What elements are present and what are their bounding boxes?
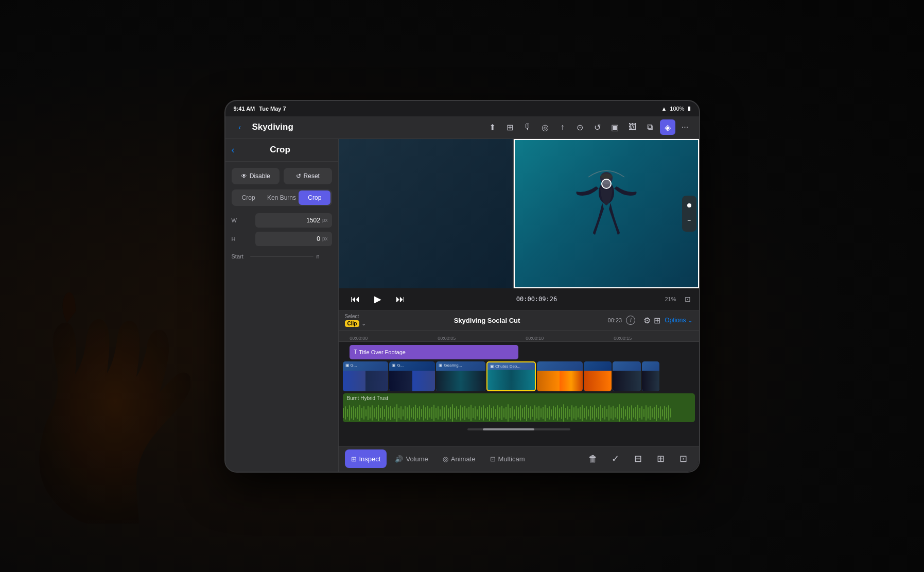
svg-rect-46 xyxy=(433,405,434,421)
project-info-icon[interactable]: i xyxy=(626,316,635,325)
height-value: 0 xyxy=(317,235,320,242)
svg-rect-64 xyxy=(470,405,472,421)
photo-library-icon[interactable]: ⊞ xyxy=(502,119,518,135)
crop-panel: ‹ Crop 👁 Disable ↺ Reset xyxy=(225,139,339,472)
svg-rect-107 xyxy=(559,408,560,418)
auto-balance-icon[interactable]: ⚙ xyxy=(643,316,651,325)
video-clip-3[interactable]: ▣ Gearing... xyxy=(436,361,485,391)
video-clip-4-selected[interactable]: ▣ Chutes Dep... xyxy=(486,361,536,391)
ruler-mark-5: 00:00:05 xyxy=(438,336,456,341)
nav-back-button[interactable]: ‹ xyxy=(232,119,248,135)
svg-rect-42 xyxy=(425,407,426,419)
pip-icon[interactable]: ⧉ xyxy=(642,119,658,135)
svg-rect-47 xyxy=(435,408,437,418)
svg-rect-36 xyxy=(413,407,414,419)
svg-rect-134 xyxy=(615,408,616,418)
thumb-3-2 xyxy=(461,371,485,391)
svg-rect-118 xyxy=(582,405,583,421)
video-clip-6[interactable] xyxy=(584,361,612,391)
clip-1-icon: ▣ xyxy=(345,363,350,368)
svg-rect-153 xyxy=(654,407,655,419)
rewind-icon[interactable]: ↺ xyxy=(590,119,605,135)
multicam-tab[interactable]: ⊡ Multicam xyxy=(484,449,531,468)
width-label: W xyxy=(232,217,252,223)
fit-view-button[interactable]: ⊡ xyxy=(685,295,691,303)
animate-tab[interactable]: ◎ Animate xyxy=(437,449,482,468)
video-clip-1[interactable]: ▣ G... xyxy=(343,361,389,391)
crop-back-button[interactable]: ‹ xyxy=(232,145,235,155)
ken-burns-tab[interactable]: Ken Burns xyxy=(266,190,298,205)
svg-rect-123 xyxy=(592,407,593,419)
svg-rect-48 xyxy=(438,406,439,420)
svg-rect-129 xyxy=(604,406,605,420)
thumb-1-1 xyxy=(343,371,365,391)
location-icon[interactable]: ◎ xyxy=(537,119,553,135)
delete-button[interactable]: 🗑 xyxy=(584,449,602,468)
ruler-mark-15: 00:00:15 xyxy=(614,336,632,341)
preview-right xyxy=(514,139,699,288)
microphone-icon[interactable]: 🎙 xyxy=(520,119,535,135)
split-button[interactable]: ⊟ xyxy=(629,449,648,468)
svg-rect-92 xyxy=(528,408,529,418)
svg-rect-73 xyxy=(489,405,490,421)
more-icon[interactable]: ··· xyxy=(677,119,693,135)
height-label: H xyxy=(232,236,252,242)
volume-sidebar: − xyxy=(682,196,696,232)
svg-rect-88 xyxy=(520,405,521,421)
clip-dropdown-icon[interactable]: ⌄ xyxy=(361,320,366,327)
volume-tab[interactable]: 🔊 Volume xyxy=(389,449,434,468)
crop-tab[interactable]: Crop xyxy=(233,190,265,205)
options-chevron-icon: ⌄ xyxy=(688,317,693,324)
svg-rect-132 xyxy=(611,407,612,419)
svg-rect-109 xyxy=(563,404,564,422)
checkmark-button[interactable]: ✓ xyxy=(606,449,625,468)
timeline-scroll-thumb[interactable] xyxy=(483,428,534,430)
skip-back-button[interactable]: ⏮ xyxy=(347,291,363,307)
detach-audio-button[interactable]: ⊞ xyxy=(652,449,670,468)
share-icon[interactable]: ⬆ xyxy=(485,119,500,135)
clip-4-label: Chutes Dep... xyxy=(495,364,520,369)
options-button[interactable]: Options ⌄ xyxy=(665,317,692,324)
timeline-scrollbar[interactable] xyxy=(467,428,570,430)
video-clip-2[interactable]: ▣ G... xyxy=(389,361,435,391)
width-input[interactable]: 1502 px xyxy=(255,213,332,228)
svg-rect-38 xyxy=(417,408,418,418)
play-button[interactable]: ▶ xyxy=(370,291,386,307)
nav-title: Skydiving xyxy=(252,122,481,132)
crop-handle[interactable] xyxy=(601,179,612,189)
svg-rect-141 xyxy=(629,407,630,419)
reset-button[interactable]: ↺ Reset xyxy=(284,168,332,184)
photo-icon[interactable]: 🖼 xyxy=(625,119,640,135)
svg-rect-43 xyxy=(427,406,428,420)
title-clip[interactable]: T Title Over Footage xyxy=(350,345,518,359)
project-toolbar: ⚙ ⊞ xyxy=(643,316,660,325)
svg-rect-45 xyxy=(431,407,432,419)
skip-forward-button[interactable]: ⏭ xyxy=(392,291,409,307)
video-clip-8[interactable] xyxy=(642,361,659,391)
crop-panel-icon[interactable]: ▣ xyxy=(607,119,623,135)
filter-icon[interactable]: ◈ xyxy=(660,119,675,135)
svg-rect-138 xyxy=(623,406,624,420)
color-correct-icon[interactable]: ⊞ xyxy=(654,316,660,325)
disable-button[interactable]: 👁 Disable xyxy=(232,168,280,184)
svg-rect-18 xyxy=(376,407,377,419)
video-clip-7[interactable] xyxy=(613,361,641,391)
start-slider[interactable] xyxy=(250,256,313,257)
export-icon[interactable]: ↑ xyxy=(555,119,570,135)
timeline-ruler: 00:00:00 00:00:05 00:00:10 00:00:15 xyxy=(339,331,699,342)
clip-4-icon: ▣ xyxy=(490,364,494,369)
crop-second-tab[interactable]: Crop xyxy=(299,190,330,205)
video-clip-5[interactable] xyxy=(537,361,583,391)
width-unit: px xyxy=(322,217,328,223)
end-label: n xyxy=(317,253,332,259)
svg-rect-144 xyxy=(635,407,636,419)
crop-controls: 👁 Disable ↺ Reset Crop Ken B xyxy=(225,162,338,266)
height-input[interactable]: 0 px xyxy=(255,232,332,246)
inspect-tab[interactable]: ⊞ Inspect xyxy=(345,449,387,468)
svg-rect-87 xyxy=(518,407,519,419)
svg-rect-49 xyxy=(440,409,441,417)
freeze-frame-button[interactable]: ⊡ xyxy=(674,449,693,468)
speed-icon[interactable]: ⊙ xyxy=(572,119,588,135)
svg-rect-78 xyxy=(499,407,500,419)
svg-rect-121 xyxy=(588,409,589,417)
